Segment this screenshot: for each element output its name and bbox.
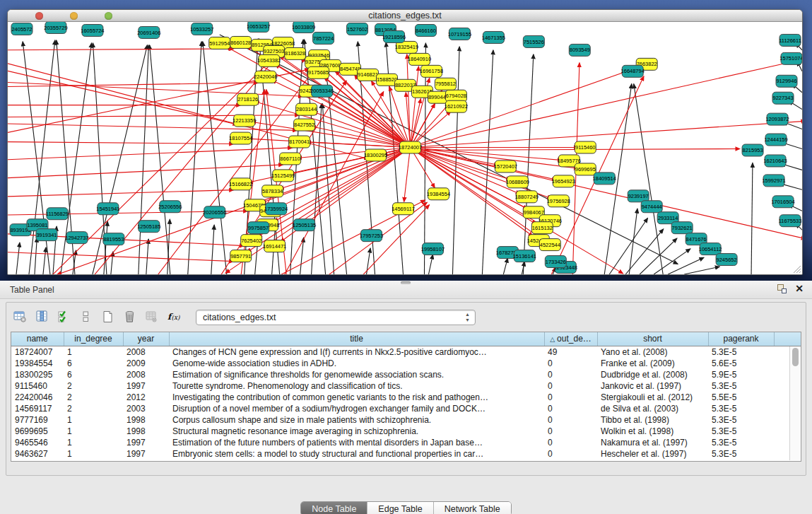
edge[interactable] xyxy=(8,49,234,50)
selected-node[interactable]: 19654923 xyxy=(552,175,575,187)
selected-node[interactable]: 15166822 xyxy=(229,178,252,190)
selected-node[interactable]: 9146821 xyxy=(358,69,379,81)
node[interactable]: 10654112 xyxy=(699,243,722,255)
selected-node[interactable]: 8427552 xyxy=(294,119,315,131)
node[interactable]: 12093872 xyxy=(765,113,789,125)
column-header-year[interactable]: year xyxy=(123,332,169,346)
node[interactable]: 9245652 xyxy=(716,254,737,266)
selected-node[interactable]: 16914471 xyxy=(263,240,286,252)
network-view-window[interactable]: citations_edges.txt 59129548660128891295… xyxy=(7,9,803,275)
selected-node[interactable]: 18300295 xyxy=(364,149,387,161)
node[interactable]: 16033809 xyxy=(292,22,315,33)
selected-node[interactable]: 9857791 xyxy=(230,250,252,262)
edge[interactable] xyxy=(668,257,704,274)
edge[interactable] xyxy=(8,83,259,87)
column-header-short[interactable]: short xyxy=(597,332,708,346)
edge[interactable] xyxy=(629,209,637,274)
node[interactable]: 7932621 xyxy=(671,222,693,234)
node[interactable]: 10653257 xyxy=(247,22,270,32)
edge[interactable] xyxy=(428,255,433,274)
edge[interactable] xyxy=(410,98,420,147)
node[interactable]: 11156829 xyxy=(46,208,69,220)
selected-node[interactable]: 18640910 xyxy=(408,53,431,65)
selected-node[interactable]: 8186328 xyxy=(285,47,306,59)
node[interactable]: 8215953 xyxy=(742,144,763,156)
edge[interactable] xyxy=(410,148,802,239)
selected-node[interactable]: 15720407 xyxy=(494,160,517,173)
table-row[interactable]: 946362711997Embryonic stem cells: a mode… xyxy=(11,448,801,460)
tab-edge-table[interactable]: Edge Table xyxy=(367,502,433,514)
node[interactable]: 3919341 xyxy=(36,229,57,241)
selected-node[interactable]: 10543382 xyxy=(257,54,281,66)
citation-network-graph[interactable]: 5912954866012889129541822605893275031054… xyxy=(8,22,802,274)
node[interactable]: 25206556 xyxy=(158,201,182,213)
table-scrollbar-thumb[interactable] xyxy=(792,348,799,366)
tab-network-table[interactable]: Network Table xyxy=(434,502,511,514)
edge[interactable] xyxy=(407,54,411,148)
node[interactable]: 16210643 xyxy=(763,155,787,167)
table-row[interactable]: 1872400712008Changes of HCN gene express… xyxy=(11,346,801,358)
table-row[interactable]: 969969511998Structural magnetic resonanc… xyxy=(11,426,801,437)
edge[interactable] xyxy=(684,267,719,274)
node[interactable]: 15751074 xyxy=(779,52,802,64)
selected-node[interactable]: 16210922 xyxy=(445,100,468,112)
node[interactable]: 16648794 xyxy=(621,65,645,77)
node[interactable]: 9239197 xyxy=(628,190,649,202)
node[interactable]: 15992971 xyxy=(762,175,785,187)
table-row[interactable]: 1456911722003Disruption of a novel membe… xyxy=(11,403,801,414)
selected-node[interactable]: 18807249 xyxy=(515,191,539,203)
row-height-button[interactable] xyxy=(76,308,95,327)
float-panel-icon[interactable] xyxy=(777,284,787,293)
node[interactable]: 8466160 xyxy=(415,24,436,36)
table-row[interactable]: 977716911998Corpus callosum shape and si… xyxy=(11,414,801,426)
edge[interactable] xyxy=(625,229,664,274)
column-header-pagerank[interactable]: pagerank xyxy=(708,332,774,346)
selected-node[interactable]: 8667110 xyxy=(280,153,301,165)
edge[interactable] xyxy=(8,252,234,262)
node[interactable]: 11126611 xyxy=(779,34,801,46)
node[interactable]: 20206556 xyxy=(203,206,226,218)
node[interactable]: 18409514 xyxy=(593,173,616,185)
column-header-out_de[interactable]: △out_de… xyxy=(544,332,597,346)
node[interactable]: 20355729 xyxy=(44,22,67,33)
selected-node[interactable]: 1615132 xyxy=(531,222,553,234)
selected-node[interactable]: 10688609 xyxy=(506,176,529,188)
node[interactable]: 8093549 xyxy=(569,44,590,56)
node[interactable]: 17359924 xyxy=(264,203,288,215)
node[interactable]: 11675533 xyxy=(779,215,802,227)
table-row[interactable]: 1830029562008Estimation of significance … xyxy=(11,369,801,380)
table-row[interactable]: 946554611997Estimation of the future num… xyxy=(11,437,801,448)
selected-node[interactable]: 19756928 xyxy=(547,195,570,207)
column-header-in_degree[interactable]: in_degree xyxy=(64,332,123,346)
selected-node[interactable]: 9115460 xyxy=(575,141,596,153)
node[interactable]: 20691406 xyxy=(137,26,160,38)
edge[interactable] xyxy=(247,148,410,252)
tab-node-table[interactable]: Node Table xyxy=(301,502,367,514)
selected-node[interactable]: 18325419 xyxy=(395,41,418,53)
table-scrollbar[interactable] xyxy=(789,346,800,460)
select-rows-button[interactable] xyxy=(54,308,73,327)
selected-node[interactable]: 9699695 xyxy=(575,163,596,175)
edge[interactable] xyxy=(146,239,148,274)
selected-node[interactable]: 2803144 xyxy=(296,103,317,115)
node[interactable]: 7857224 xyxy=(313,32,334,44)
selected-node[interactable]: 8170041 xyxy=(289,136,310,148)
edge[interactable] xyxy=(8,115,300,117)
node[interactable]: 10719155 xyxy=(448,28,471,40)
node[interactable]: 12505135 xyxy=(293,219,316,231)
node[interactable]: 15136141 xyxy=(513,250,536,262)
node[interactable]: 9227343 xyxy=(772,92,794,104)
selected-node[interactable]: 5912954 xyxy=(209,37,230,49)
node[interactable]: 10533257 xyxy=(190,23,213,35)
edge[interactable] xyxy=(104,221,107,274)
node[interactable]: 9129946 xyxy=(776,75,797,87)
node[interactable]: 17957253 xyxy=(360,230,383,242)
node[interactable]: 15451941 xyxy=(96,203,119,215)
node[interactable]: 9975857 xyxy=(248,222,269,234)
selected-node[interactable]: 16961758 xyxy=(420,65,443,77)
node[interactable]: 1527602 xyxy=(347,23,368,35)
delete-table-button[interactable] xyxy=(120,308,139,327)
table-settings-button[interactable] xyxy=(11,308,30,327)
network-canvas[interactable]: 5912954866012889129541822605893275031054… xyxy=(8,22,802,274)
table-header-row[interactable]: namein_degreeyeartitle△out_de…shortpager… xyxy=(11,332,801,346)
